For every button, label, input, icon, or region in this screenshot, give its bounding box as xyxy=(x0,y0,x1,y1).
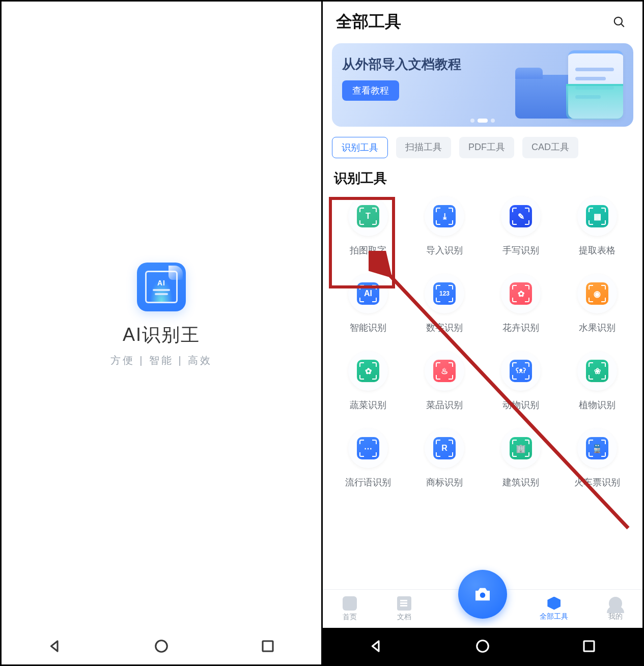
nav-mine[interactable]: 我的 xyxy=(608,597,623,621)
phone-left-splash: AI AI识别王 方便 | 智能 | 高效 xyxy=(2,2,321,664)
android-system-nav xyxy=(2,628,321,664)
phone-right-tools: 全部工具 从外部导入文档教程 查看教程 识别工具扫描工具PDF工具CAD工具 xyxy=(321,2,642,664)
tool-item[interactable]: ⤓导入识别 xyxy=(406,192,483,260)
tool-icon: ✎ xyxy=(510,205,532,227)
tool-item[interactable]: T拍图取字 xyxy=(330,192,406,260)
bottom-nav: 首页 文档 全部工具 我的 xyxy=(323,589,642,628)
section-title: 识别工具 xyxy=(323,160,642,187)
tool-label: 智能识别 xyxy=(350,322,386,334)
tool-item[interactable]: AI智能识别 xyxy=(330,270,406,338)
tool-icon-circle: T xyxy=(348,196,388,236)
svg-line-3 xyxy=(621,24,624,26)
tool-icon: 🏢 xyxy=(510,437,532,459)
tool-icon-circle: ❀ xyxy=(577,351,617,391)
tool-icon-circle: 123 xyxy=(425,274,464,313)
tool-icon: ▦ xyxy=(586,205,608,227)
tool-icon-circle: ⤓ xyxy=(425,196,464,236)
category-tabs: 识别工具扫描工具PDF工具CAD工具 xyxy=(323,130,642,160)
tool-label: 花卉识别 xyxy=(502,322,539,334)
tool-icon: R xyxy=(433,437,456,459)
tool-item[interactable]: R商标识别 xyxy=(406,424,483,493)
nav-home[interactable]: 首页 xyxy=(343,596,357,622)
tool-item[interactable]: ✎手写识别 xyxy=(483,192,559,260)
splash-area: AI AI识别王 方便 | 智能 | 高效 xyxy=(2,2,321,628)
tool-icon-circle: ✎ xyxy=(501,196,541,236)
tool-item[interactable]: 🏢建筑识别 xyxy=(483,424,559,493)
svg-point-0 xyxy=(156,641,167,652)
tool-icon: AI xyxy=(357,282,379,305)
app-tagline: 方便 | 智能 | 高效 xyxy=(110,354,213,367)
tool-item[interactable]: 🚆火车票识别 xyxy=(559,424,635,493)
svg-point-2 xyxy=(614,17,622,25)
tool-item[interactable]: ⋯流行语识别 xyxy=(330,424,406,493)
banner-view-button[interactable]: 查看教程 xyxy=(342,80,399,101)
tool-label: 流行语识别 xyxy=(345,476,391,488)
tool-icon-circle: 🚆 xyxy=(577,428,617,468)
nav-label: 我的 xyxy=(608,612,623,621)
sys-recent-icon[interactable] xyxy=(259,637,277,655)
tool-item[interactable]: ✿蔬菜识别 xyxy=(330,347,406,415)
svg-point-5 xyxy=(477,641,489,652)
nav-docs[interactable]: 文档 xyxy=(397,596,411,622)
carousel-dots xyxy=(470,119,495,123)
category-tab[interactable]: PDF工具 xyxy=(459,137,514,158)
svg-rect-1 xyxy=(263,641,273,651)
tool-label: 火车票识别 xyxy=(574,476,620,488)
tool-icon: ⤓ xyxy=(433,205,456,227)
camera-icon xyxy=(472,584,493,605)
tool-icon: ʕᴥʔ xyxy=(510,360,532,382)
nav-all-tools[interactable]: 全部工具 xyxy=(540,597,568,621)
sys-home-icon[interactable] xyxy=(152,637,171,655)
tool-icon-circle: ▦ xyxy=(577,196,617,236)
tool-icon-circle: ✿ xyxy=(348,351,388,391)
tool-icon-circle: R xyxy=(425,428,464,468)
user-icon xyxy=(609,597,622,610)
sys-home-icon[interactable] xyxy=(473,637,492,655)
header: 全部工具 xyxy=(323,2,642,36)
sys-back-icon[interactable] xyxy=(46,637,64,655)
tool-item[interactable]: 123数字识别 xyxy=(406,270,483,338)
tool-icon: ♨ xyxy=(433,360,456,382)
tool-label: 建筑识别 xyxy=(502,476,539,488)
tool-item[interactable]: ❀植物识别 xyxy=(559,347,635,415)
nav-label: 首页 xyxy=(343,613,357,622)
tool-label: 动物识别 xyxy=(502,399,539,411)
tool-item[interactable]: ʕᴥʔ动物识别 xyxy=(483,347,559,415)
tool-label: 数字识别 xyxy=(426,322,463,334)
category-tab[interactable]: 识别工具 xyxy=(332,137,388,158)
tools-grid: T拍图取字⤓导入识别✎手写识别▦提取表格AI智能识别123数字识别✿花卉识别◉水… xyxy=(323,187,642,493)
banner-illustration xyxy=(510,48,627,125)
app-name: AI识别王 xyxy=(123,323,200,348)
tutorial-banner[interactable]: 从外部导入文档教程 查看教程 xyxy=(332,43,633,127)
tool-icon: T xyxy=(357,205,379,227)
search-icon xyxy=(612,15,626,28)
tool-item[interactable]: ✿花卉识别 xyxy=(483,270,559,338)
sys-back-icon[interactable] xyxy=(367,637,385,655)
svg-rect-6 xyxy=(584,641,594,651)
tool-icon: 123 xyxy=(433,282,456,305)
tool-icon-circle: ʕᴥʔ xyxy=(501,351,541,391)
category-tab[interactable]: 扫描工具 xyxy=(396,137,451,158)
tool-label: 商标识别 xyxy=(426,476,463,488)
tool-label: 蔬菜识别 xyxy=(350,399,386,411)
tool-item[interactable]: ▦提取表格 xyxy=(559,192,635,260)
tool-label: 水果识别 xyxy=(579,322,615,334)
tool-icon: ◉ xyxy=(586,282,608,305)
category-tab[interactable]: CAD工具 xyxy=(522,137,578,158)
search-button[interactable] xyxy=(609,12,629,32)
tool-icon: ⋯ xyxy=(357,437,379,459)
camera-fab[interactable] xyxy=(458,570,507,619)
tool-icon: ✿ xyxy=(357,360,379,382)
tool-item[interactable]: ◉水果识别 xyxy=(559,270,635,338)
tool-icon-circle: ✿ xyxy=(501,274,541,313)
tool-icon-circle: ♨ xyxy=(425,351,464,391)
sys-recent-icon[interactable] xyxy=(580,637,598,655)
app-logo-text: AI xyxy=(157,279,165,287)
home-icon xyxy=(343,596,357,611)
tool-icon: 🚆 xyxy=(586,437,608,459)
tool-item[interactable]: ♨菜品识别 xyxy=(406,347,483,415)
nav-label: 文档 xyxy=(397,613,411,622)
tool-icon-circle: ⋯ xyxy=(348,428,388,468)
tool-icon-circle: ◉ xyxy=(577,274,617,313)
page-title: 全部工具 xyxy=(336,11,401,33)
